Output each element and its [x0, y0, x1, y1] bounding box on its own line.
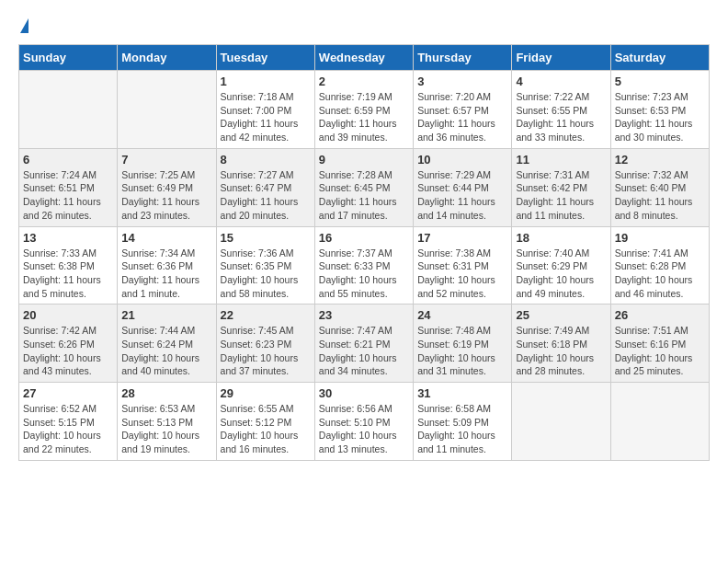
day-detail: Sunrise: 7:24 AM Sunset: 6:51 PM Dayligh…	[23, 168, 113, 223]
day-number: 20	[23, 308, 113, 322]
day-number: 19	[615, 231, 705, 245]
day-number: 10	[417, 153, 507, 167]
day-number: 25	[516, 308, 606, 322]
calendar-cell: 5Sunrise: 7:23 AM Sunset: 6:53 PM Daylig…	[610, 71, 709, 149]
day-detail: Sunrise: 7:41 AM Sunset: 6:28 PM Dayligh…	[615, 247, 705, 301]
day-detail: Sunrise: 6:58 AM Sunset: 5:09 PM Dayligh…	[417, 402, 507, 456]
day-detail: Sunrise: 7:47 AM Sunset: 6:21 PM Dayligh…	[319, 324, 409, 378]
calendar-cell: 20Sunrise: 7:42 AM Sunset: 6:26 PM Dayli…	[19, 304, 118, 383]
day-number: 5	[615, 75, 705, 88]
day-number: 16	[319, 231, 409, 245]
day-number: 18	[516, 231, 606, 245]
calendar-cell: 27Sunrise: 6:52 AM Sunset: 5:15 PM Dayli…	[19, 383, 118, 461]
calendar-cell: 29Sunrise: 6:55 AM Sunset: 5:12 PM Dayli…	[216, 383, 314, 461]
calendar-cell: 30Sunrise: 6:56 AM Sunset: 5:10 PM Dayli…	[314, 383, 413, 461]
day-detail: Sunrise: 7:25 AM Sunset: 6:49 PM Dayligh…	[121, 168, 211, 223]
calendar-cell: 3Sunrise: 7:20 AM Sunset: 6:57 PM Daylig…	[414, 71, 512, 149]
day-number: 31	[417, 386, 507, 400]
day-number: 30	[319, 386, 409, 400]
day-number: 28	[121, 386, 211, 400]
calendar-cell: 25Sunrise: 7:49 AM Sunset: 6:18 PM Dayli…	[512, 304, 610, 383]
calendar-header-row: SundayMondayTuesdayWednesdayThursdayFrid…	[19, 45, 710, 71]
calendar-cell: 23Sunrise: 7:47 AM Sunset: 6:21 PM Dayli…	[314, 304, 413, 383]
calendar-table: SundayMondayTuesdayWednesdayThursdayFrid…	[18, 44, 710, 461]
day-detail: Sunrise: 7:40 AM Sunset: 6:29 PM Dayligh…	[516, 247, 606, 301]
calendar-week-row: 13Sunrise: 7:33 AM Sunset: 6:38 PM Dayli…	[19, 226, 710, 304]
day-number: 13	[23, 231, 113, 245]
day-detail: Sunrise: 6:52 AM Sunset: 5:15 PM Dayligh…	[23, 402, 113, 456]
day-detail: Sunrise: 7:34 AM Sunset: 6:36 PM Dayligh…	[121, 247, 211, 301]
day-detail: Sunrise: 7:23 AM Sunset: 6:53 PM Dayligh…	[615, 90, 705, 144]
day-number: 7	[121, 153, 211, 167]
day-detail: Sunrise: 7:20 AM Sunset: 6:57 PM Dayligh…	[417, 90, 507, 144]
calendar-cell: 10Sunrise: 7:29 AM Sunset: 6:44 PM Dayli…	[414, 148, 512, 226]
day-of-week-header: Monday	[118, 45, 216, 71]
calendar-week-row: 6Sunrise: 7:24 AM Sunset: 6:51 PM Daylig…	[19, 148, 710, 226]
calendar-cell: 13Sunrise: 7:33 AM Sunset: 6:38 PM Dayli…	[19, 226, 118, 304]
calendar-cell: 14Sunrise: 7:34 AM Sunset: 6:36 PM Dayli…	[118, 226, 216, 304]
calendar-cell: 12Sunrise: 7:32 AM Sunset: 6:40 PM Dayli…	[610, 148, 709, 226]
calendar-cell: 24Sunrise: 7:48 AM Sunset: 6:19 PM Dayli…	[414, 304, 512, 383]
day-detail: Sunrise: 7:51 AM Sunset: 6:16 PM Dayligh…	[615, 324, 705, 378]
day-detail: Sunrise: 6:53 AM Sunset: 5:13 PM Dayligh…	[121, 402, 211, 456]
calendar-cell: 6Sunrise: 7:24 AM Sunset: 6:51 PM Daylig…	[19, 148, 118, 226]
calendar-cell: 17Sunrise: 7:38 AM Sunset: 6:31 PM Dayli…	[414, 226, 512, 304]
day-number: 15	[221, 231, 311, 245]
day-detail: Sunrise: 6:56 AM Sunset: 5:10 PM Dayligh…	[319, 402, 409, 456]
day-detail: Sunrise: 7:48 AM Sunset: 6:19 PM Dayligh…	[417, 324, 507, 378]
day-number: 8	[221, 153, 311, 167]
calendar-cell: 18Sunrise: 7:40 AM Sunset: 6:29 PM Dayli…	[512, 226, 610, 304]
calendar-cell: 1Sunrise: 7:18 AM Sunset: 7:00 PM Daylig…	[216, 71, 314, 149]
day-of-week-header: Sunday	[19, 45, 118, 71]
day-detail: Sunrise: 7:22 AM Sunset: 6:55 PM Dayligh…	[516, 90, 606, 144]
calendar-week-row: 27Sunrise: 6:52 AM Sunset: 5:15 PM Dayli…	[19, 383, 710, 461]
logo-triangle-icon	[20, 18, 28, 33]
day-detail: Sunrise: 7:19 AM Sunset: 6:59 PM Dayligh…	[319, 90, 409, 144]
day-detail: Sunrise: 7:37 AM Sunset: 6:33 PM Dayligh…	[319, 247, 409, 301]
day-detail: Sunrise: 7:33 AM Sunset: 6:38 PM Dayligh…	[23, 247, 113, 301]
day-detail: Sunrise: 7:49 AM Sunset: 6:18 PM Dayligh…	[516, 324, 606, 378]
calendar-cell: 15Sunrise: 7:36 AM Sunset: 6:35 PM Dayli…	[216, 226, 314, 304]
day-number: 21	[121, 308, 211, 322]
calendar-week-row: 1Sunrise: 7:18 AM Sunset: 7:00 PM Daylig…	[19, 71, 710, 149]
day-detail: Sunrise: 7:27 AM Sunset: 6:47 PM Dayligh…	[221, 168, 311, 223]
day-number: 2	[319, 75, 409, 88]
day-number: 12	[615, 153, 705, 167]
day-number: 23	[319, 308, 409, 322]
day-detail: Sunrise: 7:36 AM Sunset: 6:35 PM Dayligh…	[221, 247, 311, 301]
calendar-cell	[610, 383, 709, 461]
calendar-cell: 26Sunrise: 7:51 AM Sunset: 6:16 PM Dayli…	[610, 304, 709, 383]
day-number: 1	[221, 75, 311, 88]
calendar-cell: 9Sunrise: 7:28 AM Sunset: 6:45 PM Daylig…	[314, 148, 413, 226]
day-detail: Sunrise: 7:44 AM Sunset: 6:24 PM Dayligh…	[121, 324, 211, 378]
day-of-week-header: Thursday	[414, 45, 512, 71]
calendar-cell: 22Sunrise: 7:45 AM Sunset: 6:23 PM Dayli…	[216, 304, 314, 383]
day-detail: Sunrise: 7:28 AM Sunset: 6:45 PM Dayligh…	[319, 168, 409, 223]
calendar-cell: 11Sunrise: 7:31 AM Sunset: 6:42 PM Dayli…	[512, 148, 610, 226]
calendar-week-row: 20Sunrise: 7:42 AM Sunset: 6:26 PM Dayli…	[19, 304, 710, 383]
calendar-cell: 7Sunrise: 7:25 AM Sunset: 6:49 PM Daylig…	[118, 148, 216, 226]
day-detail: Sunrise: 7:42 AM Sunset: 6:26 PM Dayligh…	[23, 324, 113, 378]
day-number: 14	[121, 231, 211, 245]
day-detail: Sunrise: 7:32 AM Sunset: 6:40 PM Dayligh…	[615, 168, 705, 223]
day-number: 29	[221, 386, 311, 400]
calendar-cell	[19, 71, 118, 149]
day-detail: Sunrise: 7:38 AM Sunset: 6:31 PM Dayligh…	[417, 247, 507, 301]
day-detail: Sunrise: 7:31 AM Sunset: 6:42 PM Dayligh…	[516, 168, 606, 223]
day-number: 4	[516, 75, 606, 88]
page-header	[18, 18, 710, 35]
day-number: 6	[23, 153, 113, 167]
calendar-cell	[118, 71, 216, 149]
calendar-cell: 8Sunrise: 7:27 AM Sunset: 6:47 PM Daylig…	[216, 148, 314, 226]
logo	[18, 18, 28, 35]
day-detail: Sunrise: 7:18 AM Sunset: 7:00 PM Dayligh…	[221, 90, 311, 144]
day-number: 9	[319, 153, 409, 167]
calendar-cell: 31Sunrise: 6:58 AM Sunset: 5:09 PM Dayli…	[414, 383, 512, 461]
day-number: 17	[417, 231, 507, 245]
day-detail: Sunrise: 7:45 AM Sunset: 6:23 PM Dayligh…	[221, 324, 311, 378]
day-of-week-header: Saturday	[610, 45, 709, 71]
calendar-cell: 2Sunrise: 7:19 AM Sunset: 6:59 PM Daylig…	[314, 71, 413, 149]
calendar-cell	[512, 383, 610, 461]
day-number: 26	[615, 308, 705, 322]
day-of-week-header: Wednesday	[314, 45, 413, 71]
